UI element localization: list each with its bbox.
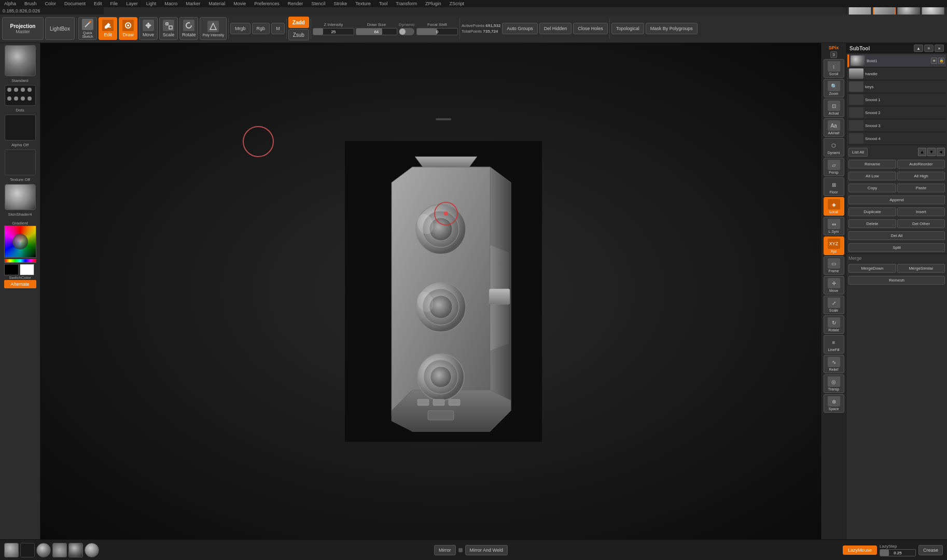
edit-button[interactable]: Edit	[99, 17, 117, 40]
mirror-button[interactable]: Mirror	[434, 545, 456, 555]
lazy-step-slider[interactable]: 0.25	[880, 549, 916, 556]
duplicate-button[interactable]: Duplicate	[848, 207, 896, 216]
hue-slider[interactable]	[4, 259, 36, 263]
mirror-weld-button[interactable]: Mirror And Weld	[465, 545, 508, 555]
m-button[interactable]: M	[271, 23, 285, 34]
bottom-brush6[interactable]	[85, 543, 99, 557]
persp-button[interactable]: ▱ Persp	[824, 158, 844, 176]
auto-groups-button[interactable]: Auto Groups	[502, 23, 538, 34]
menu-edit[interactable]: Edit	[92, 1, 104, 6]
focal-shift-slider[interactable]: 0	[416, 28, 458, 35]
subtool-item-keys[interactable]: keys	[847, 80, 946, 93]
subtool-options-btn[interactable]: ≡	[924, 45, 934, 52]
del-hidden-button[interactable]: Del Hidden	[539, 23, 572, 34]
subtool-item-boid1[interactable]: Boid1 👁 🔒	[847, 54, 946, 67]
del-other-button[interactable]: Del Other	[897, 219, 945, 228]
menu-color[interactable]: Color	[44, 1, 58, 6]
canvas-area[interactable]	[40, 43, 846, 539]
rename-button[interactable]: Rename	[848, 160, 896, 169]
menu-texture[interactable]: Texture	[354, 1, 372, 6]
menu-material[interactable]: Material	[207, 1, 227, 6]
merge-similar-button[interactable]: MergeSimilar	[897, 264, 945, 273]
actual-button[interactable]: ⊡ Actual	[824, 99, 844, 117]
stroke-pattern[interactable]	[5, 85, 36, 106]
aahalf-button[interactable]: Aa AAHalf	[824, 118, 844, 137]
move-button[interactable]: Move	[139, 17, 158, 40]
material-preview[interactable]	[5, 184, 36, 210]
subtool-lock-btn[interactable]: 🔒	[938, 58, 944, 64]
append-button[interactable]: Append	[848, 195, 945, 204]
relief-button[interactable]: ∿ Relief	[824, 355, 844, 373]
zsub-button[interactable]: Zsub	[288, 29, 309, 40]
bottom-brush5[interactable]	[68, 543, 83, 557]
menu-light[interactable]: Light	[145, 1, 158, 6]
menu-brush[interactable]: Brush	[23, 1, 38, 6]
split-button[interactable]: Split	[848, 243, 945, 252]
subtool-item-snood3[interactable]: Snood 3	[847, 119, 946, 132]
menu-zplugin[interactable]: ZPlugin	[424, 1, 443, 6]
alternate-button[interactable]: Alternate	[4, 280, 36, 288]
insert-button[interactable]: Insert	[897, 207, 945, 216]
menu-document[interactable]: Document	[63, 1, 87, 6]
zoom-button[interactable]: 🔍 Zoom	[824, 79, 844, 97]
del-all-button[interactable]: Del All	[848, 231, 945, 240]
bottom-brush1[interactable]	[4, 543, 19, 557]
scroll-button[interactable]: ↕ Scroll	[824, 59, 844, 78]
line-fill-button[interactable]: ≡ LineFill	[824, 335, 844, 354]
list-down-btn[interactable]: ▼	[927, 148, 936, 156]
scale-button[interactable]: Scale	[159, 17, 178, 40]
projection-master-button[interactable]: Projection Master	[2, 17, 44, 40]
bottom-brush3[interactable]	[36, 543, 51, 557]
mask-by-polygroups-button[interactable]: Mask By Polygroups	[646, 23, 698, 34]
lsym-button[interactable]: ⇔ L.Sym	[824, 217, 844, 235]
lightbox-button[interactable]: LightBox	[45, 17, 75, 40]
bottom-brush4[interactable]	[52, 543, 67, 557]
draw-size-slider[interactable]: 64	[356, 28, 397, 35]
poly-intensity-button[interactable]: Poly Intensity	[200, 17, 227, 40]
subtool-item-snood2[interactable]: Snood 2	[847, 106, 946, 119]
quick-sketch-button[interactable]: QuickSketch	[78, 17, 97, 40]
subtool-close-btn[interactable]: ×	[935, 45, 944, 52]
subtool-eye-btn[interactable]: 👁	[931, 58, 937, 64]
brush-preview[interactable]	[5, 45, 36, 76]
local-button[interactable]: ◈ Local	[824, 197, 844, 216]
menu-render[interactable]: Render	[286, 1, 305, 6]
frame-button[interactable]: ▭ Frame	[824, 256, 844, 275]
move2-button[interactable]: ✛ Move	[824, 276, 844, 295]
list-up-btn[interactable]: ▲	[918, 148, 926, 156]
z-intensity-slider[interactable]: 25	[313, 28, 354, 35]
bottom-brush2[interactable]	[20, 543, 35, 557]
menu-layer[interactable]: Layer	[124, 1, 140, 6]
xyz-button[interactable]: XYZ Xyz	[824, 236, 844, 255]
transp-button[interactable]: ◎ Transp	[824, 374, 844, 393]
all-low-button[interactable]: All Low	[848, 172, 896, 180]
menu-file[interactable]: File	[109, 1, 120, 6]
menu-macro[interactable]: Macro	[163, 1, 179, 6]
menu-stencil[interactable]: Stencil	[310, 1, 327, 6]
spix-value[interactable]: 3	[830, 51, 837, 58]
menu-preferences[interactable]: Preferences	[253, 1, 281, 6]
rgb-button[interactable]: Rgb	[252, 23, 270, 34]
list-prev-btn[interactable]: ◄	[937, 148, 945, 156]
auto-reorder-button[interactable]: AutoReorder	[897, 160, 945, 169]
menu-movie[interactable]: Movie	[232, 1, 247, 6]
close-holes-button[interactable]: Close Holes	[573, 23, 608, 34]
texture-preview[interactable]	[5, 149, 36, 175]
rotate2-button[interactable]: ↻ Rotate	[824, 315, 844, 334]
rotate-button[interactable]: Rotate	[179, 17, 199, 40]
canvas-toggle-bar[interactable]	[436, 118, 451, 120]
subtool-item-snood4[interactable]: Snood 4	[847, 132, 946, 145]
draw-button[interactable]: Draw	[119, 17, 137, 40]
crease-button[interactable]: Crease	[918, 545, 943, 555]
black-swatch[interactable]	[4, 264, 19, 275]
floor-button[interactable]: ⊞ Floor	[824, 177, 844, 196]
white-swatch[interactable]	[20, 264, 34, 275]
copy-button[interactable]: Copy	[848, 184, 896, 192]
remesh-button[interactable]: Remesh	[848, 276, 945, 285]
menu-tool[interactable]: Tool	[378, 1, 389, 6]
subtool-item-snood1[interactable]: Snood 1	[847, 93, 946, 106]
scale2-button[interactable]: ⤢ Scale	[824, 296, 844, 314]
all-high-button[interactable]: All High	[897, 172, 945, 180]
dynamic-toggle[interactable]	[399, 28, 414, 35]
topological-button[interactable]: Topological	[611, 23, 644, 34]
